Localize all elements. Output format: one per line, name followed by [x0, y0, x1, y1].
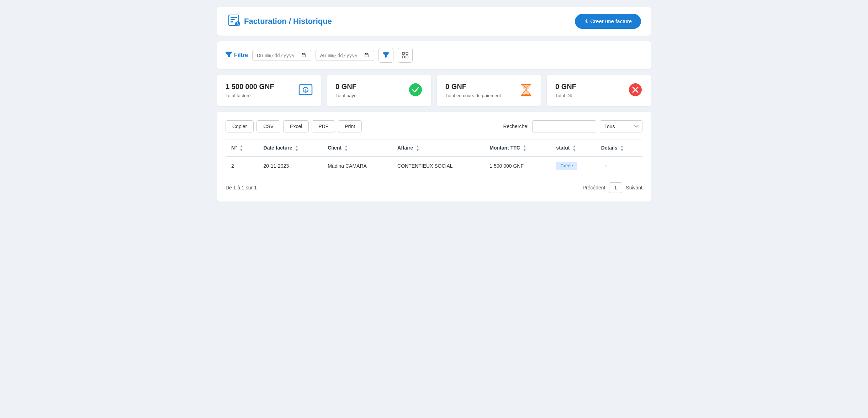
svg-rect-6 — [402, 52, 404, 54]
pagination-info: De 1 à 1 sur 1 — [226, 185, 257, 190]
sort-icon-date[interactable]: ▲▼ — [295, 144, 298, 152]
sort-icon-montant[interactable]: ▲▼ — [523, 144, 526, 152]
stat-label-cours: Total en cours de paiement — [445, 93, 501, 98]
invoices-table: N° ▲▼ Date facture ▲▼ Client ▲▼ Affaire … — [226, 140, 642, 175]
hourglass-stat-icon — [520, 83, 533, 98]
cell-date: 20-11-2023 — [258, 157, 322, 175]
prev-page-button[interactable]: Précédent — [583, 185, 605, 190]
bill-stat-icon: 1 — [298, 83, 313, 98]
sort-icon-details[interactable]: ▲▼ — [620, 144, 624, 152]
col-affaire[interactable]: Affaire ▲▼ — [392, 140, 484, 157]
svg-point-13 — [409, 83, 422, 96]
du-label: Du — [257, 53, 263, 58]
col-num[interactable]: N° ▲▼ — [226, 140, 258, 157]
svg-rect-3 — [231, 21, 233, 22]
table-toolbar: Copier CSV Excel PDF Print Recherche: To… — [226, 120, 642, 132]
sort-icon-num[interactable]: ▲▼ — [240, 144, 243, 152]
cell-affaire: CONTENTIEUX SOCIAL — [392, 157, 484, 175]
create-invoice-button[interactable]: ✳ Creer une facture — [575, 14, 641, 29]
sort-icon-client[interactable]: ▲▼ — [344, 144, 348, 152]
svg-rect-9 — [406, 56, 408, 58]
filter-bar: Filtre Du Au — [217, 41, 651, 69]
col-montant[interactable]: Montant TTC ▲▼ — [484, 140, 550, 157]
stat-card-facture: 1 500 000 GNF Total facturé 1 — [217, 75, 321, 106]
date-to-group[interactable]: Au — [316, 50, 374, 61]
svg-rect-1 — [231, 17, 237, 18]
date-from-group[interactable]: Du — [252, 50, 311, 61]
stat-card-cours: 0 GNF Total en cours de paiement — [437, 75, 541, 106]
search-group: Recherche: Tous Créée Payée En cours — [503, 120, 642, 132]
page-title-text: Facturation / Historique — [244, 17, 332, 26]
export-buttons: Copier CSV Excel PDF Print — [226, 120, 362, 132]
cell-details[interactable]: → — [596, 157, 642, 175]
cell-num: 2 — [226, 157, 258, 175]
excel-button[interactable]: Excel — [283, 120, 309, 132]
date-from-input[interactable] — [265, 52, 307, 58]
status-badge: Créée — [556, 162, 577, 170]
svg-rect-7 — [406, 52, 408, 54]
next-page-button[interactable]: Suivant — [626, 185, 642, 190]
print-button[interactable]: Print — [338, 120, 362, 132]
date-to-input[interactable] — [328, 52, 370, 58]
pagination-bar: De 1 à 1 sur 1 Précédent 1 Suivant — [226, 182, 642, 193]
svg-rect-14 — [521, 84, 531, 85]
col-details[interactable]: Details ▲▼ — [596, 140, 642, 157]
table-row: 2 20-11-2023 Madina CAMARA CONTENTIEUX S… — [226, 157, 642, 175]
sort-icon-affaire[interactable]: ▲▼ — [416, 144, 419, 152]
svg-rect-8 — [402, 56, 404, 58]
cell-montant: 1 500 000 GNF — [484, 157, 550, 175]
search-input[interactable] — [532, 120, 596, 132]
filter-icon — [226, 52, 232, 59]
xmark-stat-icon — [628, 83, 642, 98]
cell-statut: Créée — [550, 157, 595, 175]
bill-icon: $ — [227, 14, 240, 29]
check-stat-icon — [408, 83, 423, 98]
details-arrow-button[interactable]: → — [601, 162, 608, 170]
csv-button[interactable]: CSV — [256, 120, 280, 132]
apply-filter-button[interactable] — [379, 48, 393, 63]
stats-row: 1 500 000 GNF Total facturé 1 0 GNF Tota… — [217, 75, 651, 106]
pagination-controls: Précédent 1 Suivant — [583, 182, 642, 193]
col-client[interactable]: Client ▲▼ — [322, 140, 392, 157]
col-date[interactable]: Date facture ▲▼ — [258, 140, 322, 157]
pdf-button[interactable]: PDF — [312, 120, 335, 132]
table-section: Copier CSV Excel PDF Print Recherche: To… — [217, 112, 651, 202]
search-label: Recherche: — [503, 124, 529, 129]
page-title: $ Facturation / Historique — [227, 14, 332, 29]
stat-amount-paye: 0 GNF — [335, 83, 356, 91]
stat-amount-du: 0 GNF — [555, 83, 576, 91]
stat-label-paye: Total payé — [335, 93, 356, 98]
stat-card-du: 0 GNF Total Dû — [547, 75, 651, 106]
copy-button[interactable]: Copier — [226, 120, 254, 132]
current-page: 1 — [609, 182, 623, 193]
stat-label-du: Total Dû — [555, 93, 576, 98]
stat-amount-cours: 0 GNF — [445, 83, 501, 91]
svg-rect-2 — [231, 19, 235, 20]
sort-icon-statut[interactable]: ▲▼ — [572, 144, 576, 152]
filter-label: Filtre — [226, 52, 248, 59]
stat-card-paye: 0 GNF Total payé — [327, 75, 431, 106]
col-statut[interactable]: statut ▲▼ — [550, 140, 595, 157]
svg-text:$: $ — [237, 22, 239, 26]
stat-label-facture: Total facturé — [226, 93, 274, 98]
view-toggle-button[interactable] — [398, 48, 413, 63]
stat-amount-facture: 1 500 000 GNF — [226, 83, 274, 91]
cell-client: Madina CAMARA — [322, 157, 392, 175]
au-label: Au — [320, 53, 326, 58]
page-header: $ Facturation / Historique ✳ Creer une f… — [217, 7, 651, 36]
svg-text:1: 1 — [305, 88, 307, 92]
status-filter-select[interactable]: Tous Créée Payée En cours — [600, 120, 642, 132]
